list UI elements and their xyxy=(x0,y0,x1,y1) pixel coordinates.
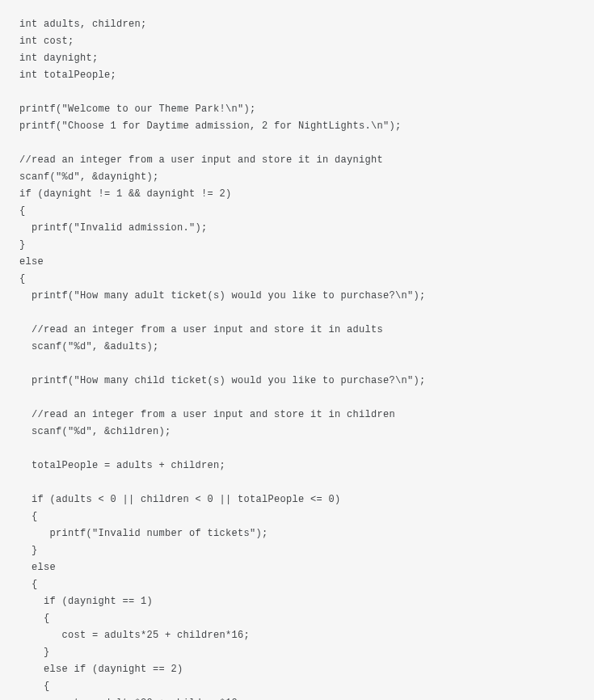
code-line: int cost; xyxy=(19,33,575,50)
code-line: cost = adults*25 + children*16; xyxy=(19,627,575,644)
code-line: } xyxy=(19,542,575,559)
code-line: printf("Invalid number of tickets"); xyxy=(19,525,575,542)
code-line xyxy=(19,135,575,152)
code-line xyxy=(19,84,575,101)
code-line: { xyxy=(19,678,575,695)
code-line xyxy=(19,474,575,491)
code-line: if (adults < 0 || children < 0 || totalP… xyxy=(19,491,575,508)
code-line: //read an integer from a user input and … xyxy=(19,407,575,424)
code-line: scanf("%d", &adults); xyxy=(19,339,575,356)
code-line xyxy=(19,305,575,322)
code-line: } xyxy=(19,644,575,661)
code-line: int daynight; xyxy=(19,50,575,67)
code-line xyxy=(19,390,575,407)
code-line: //read an integer from a user input and … xyxy=(19,152,575,169)
code-line xyxy=(19,441,575,458)
code-line: printf("Welcome to our Theme Park!\n"); xyxy=(19,101,575,118)
code-line: if (daynight == 1) xyxy=(19,593,575,610)
code-line: else xyxy=(19,254,575,271)
code-line: else xyxy=(19,559,575,576)
code-line: scanf("%d", &children); xyxy=(19,424,575,441)
code-line: int totalPeople; xyxy=(19,67,575,84)
code-line: printf("How many adult ticket(s) would y… xyxy=(19,288,575,305)
code-line: totalPeople = adults + children; xyxy=(19,458,575,474)
code-line: else if (daynight == 2) xyxy=(19,661,575,678)
code-line: scanf("%d", &daynight); xyxy=(19,169,575,186)
code-block: int adults, children;int cost;int daynig… xyxy=(19,16,575,700)
code-line: { xyxy=(19,203,575,220)
code-line: { xyxy=(19,610,575,627)
code-line: { xyxy=(19,576,575,593)
code-line: if (daynight != 1 && daynight != 2) xyxy=(19,186,575,203)
code-line: printf("How many child ticket(s) would y… xyxy=(19,373,575,390)
code-line xyxy=(19,356,575,373)
code-line: //read an integer from a user input and … xyxy=(19,322,575,339)
code-line: } xyxy=(19,237,575,254)
code-line: cost = adults*20 + children*10; xyxy=(19,695,575,700)
code-line: int adults, children; xyxy=(19,16,575,33)
code-line: { xyxy=(19,508,575,525)
code-line: printf("Invalid admission."); xyxy=(19,220,575,237)
code-line: { xyxy=(19,271,575,288)
code-line: printf("Choose 1 for Daytime admission, … xyxy=(19,118,575,135)
